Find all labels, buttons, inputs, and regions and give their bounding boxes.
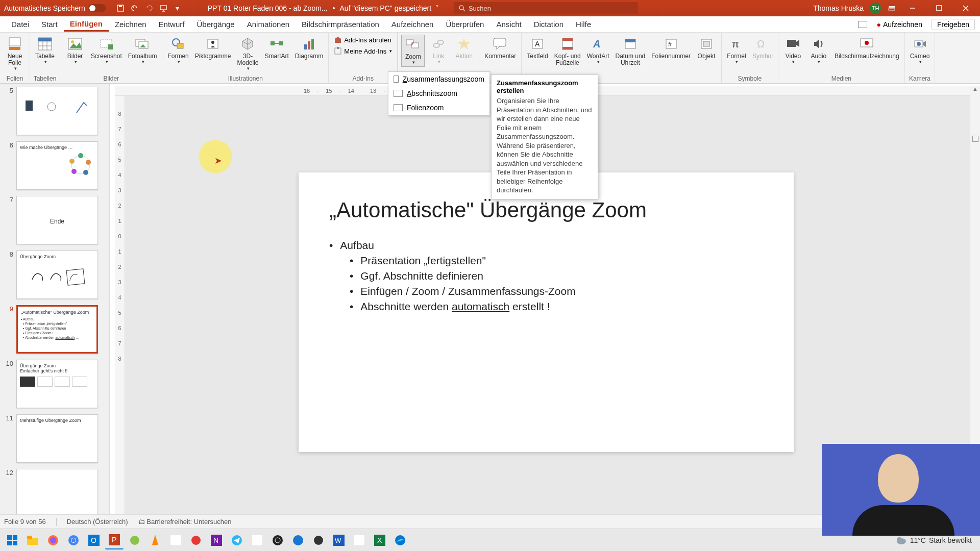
app-icon-7[interactable] bbox=[350, 531, 369, 549]
tab-aufzeichnen[interactable]: Aufzeichnen bbox=[385, 18, 440, 31]
thumb-7[interactable]: Ende bbox=[16, 196, 98, 244]
thumb-11[interactable]: Mehrstufige Übergänge Zoom bbox=[16, 414, 98, 463]
undo-icon[interactable] bbox=[130, 4, 139, 13]
thumb-8[interactable]: Übergänge Zoom bbox=[16, 251, 98, 299]
present-icon[interactable] bbox=[159, 4, 168, 13]
record-button[interactable]: ●Aufzeichnen bbox=[872, 19, 926, 30]
menu-section-zoom[interactable]: Abschnittszoom bbox=[388, 86, 489, 101]
onenote-icon[interactable]: N bbox=[207, 531, 226, 549]
table-button[interactable]: Tabelle▾ bbox=[33, 35, 57, 66]
zoom-button[interactable]: Zoom▾ bbox=[401, 35, 425, 67]
save-icon[interactable] bbox=[116, 4, 125, 13]
textbox-button[interactable]: ATextfeld bbox=[525, 35, 550, 61]
slide-canvas[interactable]: „Automatische" Übergänge Zoom Aufbau Prä… bbox=[299, 172, 794, 452]
firefox-icon[interactable] bbox=[44, 531, 62, 549]
powerpoint-icon[interactable]: P bbox=[105, 531, 124, 549]
edge-icon[interactable] bbox=[391, 531, 409, 549]
equation-button[interactable]: πFormel▾ bbox=[725, 35, 748, 66]
menu-slide-zoom[interactable]: Folienzoom bbox=[388, 101, 489, 115]
tab-dictation[interactable]: Dictation bbox=[528, 18, 570, 31]
slide-bullets[interactable]: Aufbau bbox=[329, 238, 763, 253]
outlook-icon[interactable]: O bbox=[85, 531, 103, 549]
tab-ueberpruefen[interactable]: Überprüfen bbox=[439, 18, 490, 31]
tab-hilfe[interactable]: Hilfe bbox=[570, 18, 597, 31]
shapes-button[interactable]: Formen▾ bbox=[165, 35, 190, 66]
thumb-12[interactable] bbox=[16, 469, 98, 514]
language-status[interactable]: Deutsch (Österreich) bbox=[67, 518, 128, 525]
share-button[interactable]: Freigeben bbox=[932, 19, 975, 30]
my-addins-button[interactable]: Meine Add-Ins▾ bbox=[332, 46, 394, 56]
app-icon-6[interactable] bbox=[309, 531, 328, 549]
accessibility-status[interactable]: Barrierefreiheit: Untersuchen bbox=[146, 518, 231, 525]
get-addins-button[interactable]: Add-Ins abrufen bbox=[332, 35, 394, 45]
tab-animationen[interactable]: Animationen bbox=[241, 18, 296, 31]
excel-icon[interactable]: X bbox=[371, 531, 389, 549]
thumb-5[interactable] bbox=[16, 87, 98, 135]
app-icon-5[interactable] bbox=[289, 531, 307, 549]
telegram-icon[interactable] bbox=[228, 531, 246, 549]
tab-zeichnen[interactable]: Zeichnen bbox=[109, 18, 153, 31]
new-slide-button[interactable]: Neue Folie▾ bbox=[3, 35, 27, 72]
toggle-switch[interactable] bbox=[88, 4, 106, 12]
slide-thumbnails-panel[interactable]: 5 6Wie mache Übergänge … 7Ende 8Übergäng… bbox=[0, 84, 110, 514]
slidenumber-button[interactable]: #Foliennummer bbox=[649, 35, 693, 61]
obs-icon[interactable] bbox=[268, 531, 287, 549]
close-button[interactable] bbox=[955, 0, 976, 16]
chrome-icon[interactable] bbox=[64, 531, 83, 549]
thumb-9[interactable]: „Automatische" Übergänge Zoom• Aufbau • … bbox=[16, 305, 98, 354]
app-icon-1[interactable] bbox=[126, 531, 144, 549]
autosave-toggle[interactable]: Automatisches Speichern bbox=[4, 4, 106, 12]
screenrec-button[interactable]: Bildschirmaufzeichnung bbox=[832, 35, 901, 61]
screenshot-button[interactable]: Screenshot▾ bbox=[89, 35, 124, 66]
video-button[interactable]: Video▾ bbox=[781, 35, 805, 66]
comment-icon bbox=[491, 36, 509, 52]
redo-icon[interactable] bbox=[144, 4, 154, 13]
scroll-up-icon[interactable]: ▲ bbox=[970, 86, 980, 95]
tab-start[interactable]: Start bbox=[35, 18, 64, 31]
app-icon-4[interactable] bbox=[248, 531, 266, 549]
app-icon-3[interactable] bbox=[187, 531, 205, 549]
thumb-10[interactable]: Übergänge Zoom Einfacher geht's nicht !! bbox=[16, 360, 98, 408]
tab-bildschirm[interactable]: Bildschirmpräsentation bbox=[296, 18, 385, 31]
symbol-button: ΩSymbol bbox=[750, 35, 775, 61]
header-footer-button[interactable]: Kopf- und Fußzeile bbox=[552, 35, 583, 67]
user-avatar[interactable]: TH bbox=[870, 3, 881, 14]
menu-summary-zoom[interactable]: ZZusammenfassungszoomusammenfassungszoom bbox=[388, 72, 489, 86]
thumb-6[interactable]: Wie mache Übergänge … bbox=[16, 141, 98, 190]
start-button[interactable] bbox=[3, 531, 21, 549]
vlc-icon[interactable] bbox=[146, 531, 164, 549]
svg-rect-73 bbox=[27, 536, 32, 539]
word-icon[interactable]: W bbox=[330, 531, 348, 549]
chart-button[interactable]: Diagramm bbox=[293, 35, 325, 61]
tab-ansicht[interactable]: Ansicht bbox=[490, 18, 527, 31]
3dmodels-button[interactable]: 3D- Modelle▾ bbox=[235, 35, 260, 72]
smartart-button[interactable]: SmartArt bbox=[263, 35, 291, 61]
wordart-button[interactable]: AWordArt▾ bbox=[585, 35, 611, 66]
search-box[interactable]: Suchen bbox=[454, 2, 638, 14]
ribbon-mode-icon[interactable] bbox=[887, 4, 896, 13]
minimize-button[interactable] bbox=[902, 0, 923, 16]
scroll-handle[interactable] bbox=[972, 136, 978, 142]
slide-counter[interactable]: Folie 9 von 56 bbox=[4, 518, 46, 525]
icons-button[interactable]: Piktogramme bbox=[193, 35, 233, 61]
datetime-button[interactable]: Datum und Uhrzeit bbox=[614, 35, 648, 67]
group-symbole: πFormel▾ ΩSymbol Symbole bbox=[722, 33, 778, 83]
comments-pane-icon[interactable] bbox=[858, 21, 867, 28]
maximize-button[interactable] bbox=[929, 0, 949, 16]
explorer-icon[interactable] bbox=[23, 531, 42, 549]
app-icon-2[interactable] bbox=[166, 531, 185, 549]
tab-entwurf[interactable]: Entwurf bbox=[153, 18, 191, 31]
comment-button[interactable]: Kommentar bbox=[482, 35, 518, 61]
tab-uebergaenge[interactable]: Übergänge bbox=[190, 18, 240, 31]
photoalbum-button[interactable]: Fotoalbum▾ bbox=[126, 35, 159, 66]
object-button[interactable]: Objekt bbox=[695, 35, 718, 61]
audio-button[interactable]: Audio▾ bbox=[807, 35, 830, 66]
tab-datei[interactable]: Datei bbox=[5, 18, 35, 31]
slide-title[interactable]: „Automatische" Übergänge Zoom bbox=[329, 198, 763, 222]
store-icon bbox=[334, 36, 342, 44]
cameo-button[interactable]: Cameo▾ bbox=[908, 35, 932, 66]
pictures-button[interactable]: Bilder▾ bbox=[63, 35, 87, 66]
weather-widget[interactable]: 11°C Stark bewölkt bbox=[896, 536, 977, 545]
tab-einfuegen[interactable]: Einfügen bbox=[64, 17, 109, 32]
more-icon[interactable]: ▾ bbox=[173, 4, 182, 13]
